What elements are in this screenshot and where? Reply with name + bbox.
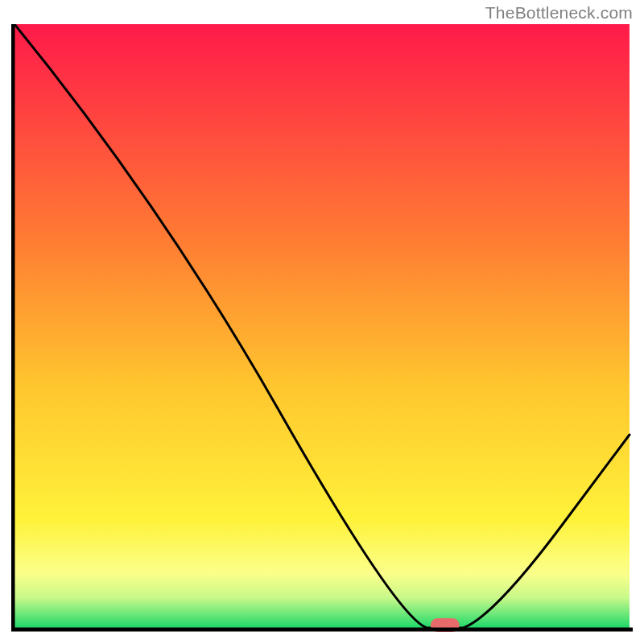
watermark-text: TheBottleneck.com (485, 3, 633, 23)
chart-svg (11, 24, 633, 633)
bottleneck-chart (11, 24, 633, 633)
gradient-background (14, 24, 630, 628)
